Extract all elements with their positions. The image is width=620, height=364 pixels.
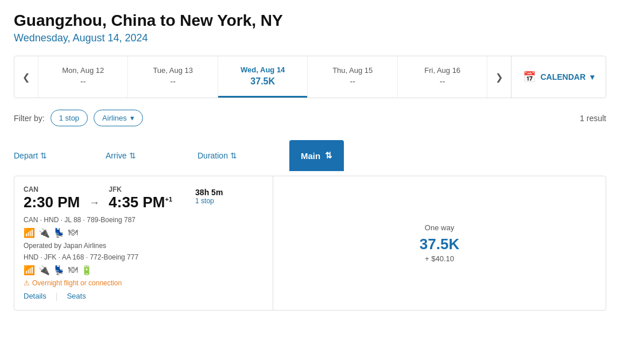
airlines-dropdown-icon: ▾ bbox=[130, 114, 134, 122]
one-way-label: One way bbox=[425, 223, 454, 232]
results-header-row: Depart ⇅ Arrive ⇅ Duration ⇅ bbox=[14, 140, 606, 171]
page-subtitle: Wednesday, August 14, 2024 bbox=[14, 32, 606, 44]
duration-sort-icon: ⇅ bbox=[230, 151, 237, 160]
depart-airport-code: CAN bbox=[24, 185, 80, 193]
flight-leg1-details: CAN · HND · JL 88 · 789-Boeing 787 bbox=[24, 216, 264, 224]
warning-icon: ⚠ bbox=[24, 279, 30, 287]
depart-sort-button[interactable]: Depart ⇅ bbox=[14, 151, 106, 160]
main-page: Guangzhou, China to New York, NY Wednesd… bbox=[0, 0, 620, 364]
flight-leg1-amenities: 📶 🔌 💺 🍽 bbox=[24, 227, 264, 238]
link-separator: | bbox=[56, 292, 58, 301]
price-header-wrap: Main ⇅ bbox=[289, 140, 606, 171]
flight-arrow-icon: → bbox=[89, 197, 99, 209]
calendar-icon: 📅 bbox=[523, 71, 536, 83]
date-nav-inner: ❮ Mon, Aug 12 -- Tue, Aug 13 -- Wed, Aug… bbox=[14, 56, 511, 98]
arrive-sort-button[interactable]: Arrive ⇅ bbox=[106, 151, 197, 160]
column-headers: Depart ⇅ Arrive ⇅ Duration ⇅ bbox=[14, 140, 289, 171]
seat-icon: 💺 bbox=[53, 227, 65, 238]
result-count: 1 result bbox=[580, 114, 606, 123]
plug-icon: 🔌 bbox=[38, 227, 50, 238]
flight-leg2-details: HND · JFK · AA 168 · 772-Boeing 777 bbox=[24, 253, 264, 261]
stop-info: 1 stop bbox=[195, 197, 223, 205]
price-panel: One way 37.5K + $40.10 bbox=[273, 176, 606, 310]
main-sort-label: Main bbox=[301, 151, 320, 161]
duration-sort-button[interactable]: Duration ⇅ bbox=[197, 151, 289, 160]
filter-label: Filter by: bbox=[14, 114, 45, 123]
date-item-3[interactable]: Thu, Aug 15 -- bbox=[308, 57, 397, 97]
filter-bar: Filter by: 1 stop Airlines ▾ 1 result bbox=[14, 110, 606, 126]
depart-info: CAN 2:30 PM bbox=[24, 185, 80, 211]
seat-icon-2: 💺 bbox=[53, 265, 65, 276]
date-label-4: Fri, Aug 16 bbox=[402, 66, 482, 75]
depart-sort-icon: ⇅ bbox=[40, 151, 47, 160]
duration-sort-label: Duration bbox=[197, 151, 228, 160]
arrive-sort-label: Arrive bbox=[106, 151, 127, 160]
arrive-time-value: 4:35 PM bbox=[108, 193, 165, 211]
wifi-icon-2: 📶 bbox=[24, 265, 35, 276]
arrive-time: 4:35 PM+1 bbox=[108, 193, 172, 211]
arrive-info: JFK 4:35 PM+1 bbox=[108, 185, 172, 211]
overnight-warning: ⚠ Overnight flight or connection bbox=[24, 279, 264, 287]
arrive-column-header: Arrive ⇅ bbox=[106, 151, 197, 160]
meal-icon: 🍽 bbox=[68, 227, 78, 238]
date-price-1: -- bbox=[133, 77, 212, 86]
date-price-4: -- bbox=[402, 77, 482, 86]
main-sort-icon: ⇅ bbox=[325, 150, 332, 161]
flight-links: Details | Seats bbox=[24, 292, 264, 301]
usb-icon: 🔋 bbox=[81, 265, 92, 276]
results-section: Depart ⇅ Arrive ⇅ Duration ⇅ bbox=[14, 140, 606, 311]
details-link[interactable]: Details bbox=[24, 292, 46, 301]
arrive-time-superscript: +1 bbox=[165, 196, 173, 203]
calendar-label: CALENDAR bbox=[540, 72, 586, 82]
overnight-warning-text: Overnight flight or connection bbox=[32, 279, 122, 287]
date-price-3: -- bbox=[312, 77, 392, 86]
date-item-1[interactable]: Tue, Aug 13 -- bbox=[128, 57, 217, 97]
date-label-1: Tue, Aug 13 bbox=[133, 66, 212, 75]
depart-sort-label: Depart bbox=[14, 151, 38, 160]
date-label-0: Mon, Aug 12 bbox=[43, 66, 123, 75]
date-price-2: 37.5K bbox=[223, 76, 303, 87]
airlines-filter-label: Airlines bbox=[102, 114, 127, 122]
wifi-icon: 📶 bbox=[24, 227, 35, 238]
main-price-sort-button[interactable]: Main ⇅ bbox=[289, 140, 344, 171]
depart-column-header: Depart ⇅ bbox=[14, 151, 106, 160]
calendar-button[interactable]: 📅 CALENDAR ▾ bbox=[511, 56, 606, 98]
flight-airports: CAN 2:30 PM → JFK 4:35 PM+1 38h 5m 1 sto… bbox=[24, 185, 264, 211]
stop-filter-chip[interactable]: 1 stop bbox=[51, 110, 88, 126]
date-item-4[interactable]: Fri, Aug 16 -- bbox=[398, 57, 487, 97]
seats-link[interactable]: Seats bbox=[67, 292, 86, 301]
duration-column-header: Duration ⇅ bbox=[197, 151, 289, 160]
date-item-0[interactable]: Mon, Aug 12 -- bbox=[38, 57, 127, 97]
flight-leg2-amenities: 📶 🔌 💺 🍽 🔋 bbox=[24, 265, 264, 276]
date-price-0: -- bbox=[43, 77, 123, 86]
operated-by-label: Operated by Japan Airlines bbox=[24, 242, 264, 250]
duration-value: 38h 5m bbox=[195, 188, 223, 197]
next-date-arrow[interactable]: ❯ bbox=[487, 56, 511, 98]
prev-date-arrow[interactable]: ❮ bbox=[14, 56, 38, 98]
date-label-3: Thu, Aug 15 bbox=[312, 66, 392, 75]
flight-result-row: CAN 2:30 PM → JFK 4:35 PM+1 38h 5m 1 sto… bbox=[14, 176, 606, 311]
meal-icon-2: 🍽 bbox=[68, 265, 78, 276]
plug-icon-2: 🔌 bbox=[38, 265, 50, 276]
date-label-2: Wed, Aug 14 bbox=[223, 65, 303, 74]
airlines-filter-dropdown[interactable]: Airlines ▾ bbox=[94, 110, 143, 126]
date-nav-bar: ❮ Mon, Aug 12 -- Tue, Aug 13 -- Wed, Aug… bbox=[14, 56, 606, 98]
page-title: Guangzhou, China to New York, NY bbox=[14, 11, 606, 30]
depart-time: 2:30 PM bbox=[24, 193, 80, 211]
arrive-sort-icon: ⇅ bbox=[129, 151, 136, 160]
flight-info-panel: CAN 2:30 PM → JFK 4:35 PM+1 38h 5m 1 sto… bbox=[14, 176, 273, 310]
price-amount: 37.5K bbox=[420, 235, 459, 253]
arrive-airport-code: JFK bbox=[108, 185, 172, 193]
date-item-2[interactable]: Wed, Aug 14 37.5K bbox=[218, 56, 307, 98]
duration-info: 38h 5m 1 stop bbox=[195, 188, 223, 205]
calendar-dropdown-icon: ▾ bbox=[590, 72, 594, 82]
price-extra: + $40.10 bbox=[425, 254, 454, 263]
